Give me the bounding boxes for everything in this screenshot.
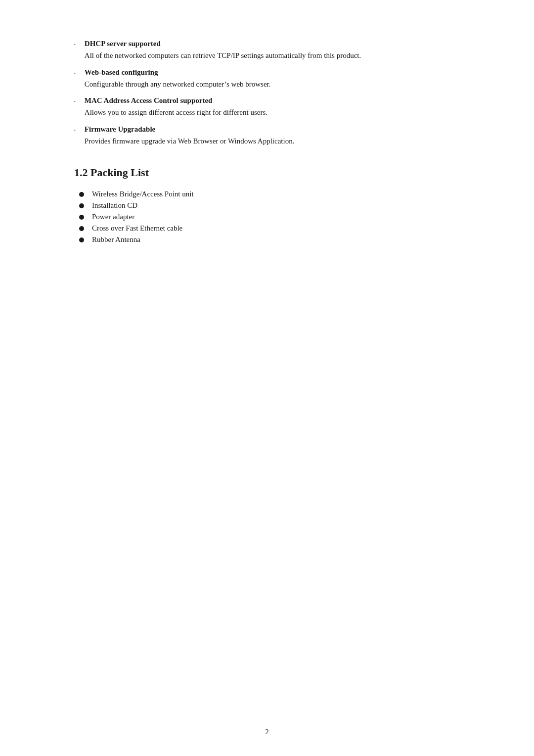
bullet-content-web: Web-based configuring Configurable throu… (85, 68, 460, 90)
packing-label-3: Cross over Fast Ethernet cable (92, 224, 182, 233)
packing-label-2: Power adapter (92, 213, 134, 221)
packing-dot-4 (79, 237, 84, 242)
bullet-mac: • MAC Address Access Control supported A… (74, 96, 460, 118)
packing-dot-0 (79, 192, 84, 197)
list-item: Wireless Bridge/Access Point unit (79, 190, 460, 198)
packing-dot-3 (79, 226, 84, 231)
bullet-desc-firmware: Provides firmware upgrade via Web Browse… (85, 136, 460, 147)
bullet-title-web: Web-based configuring (85, 68, 460, 77)
bullet-desc-web: Configurable through any networked compu… (85, 79, 460, 90)
bullet-title-dhcp: DHCP server supported (85, 40, 460, 48)
list-item: Installation CD (79, 201, 460, 210)
bullet-content-dhcp: DHCP server supported All of the network… (85, 40, 460, 61)
list-item: Cross over Fast Ethernet cable (79, 224, 460, 233)
packing-list-heading: 1.2 Packing List (74, 166, 460, 179)
bullet-title-firmware: Firmware Upgradable (85, 125, 460, 134)
bullet-firmware: • Firmware Upgradable Provides firmware … (74, 125, 460, 147)
bullet-content-firmware: Firmware Upgradable Provides firmware up… (85, 125, 460, 147)
bullet-dot-mac: • (74, 99, 76, 104)
bullet-content-mac: MAC Address Access Control supported All… (85, 96, 460, 118)
packing-label-1: Installation CD (92, 201, 137, 210)
packing-dot-2 (79, 215, 84, 220)
bullet-web: • Web-based configuring Configurable thr… (74, 68, 460, 90)
bullet-desc-dhcp: All of the networked computers can retri… (85, 50, 460, 61)
list-item: Rubber Antenna (79, 236, 460, 244)
page-number: 2 (266, 728, 269, 736)
packing-label-4: Rubber Antenna (92, 236, 140, 244)
bullet-dot-web: • (74, 71, 76, 76)
packing-label-0: Wireless Bridge/Access Point unit (92, 190, 194, 198)
bullet-title-mac: MAC Address Access Control supported (85, 96, 460, 105)
packing-list-section: 1.2 Packing List Wireless Bridge/Access … (74, 166, 460, 244)
bullet-desc-mac: Allows you to assign different access ri… (85, 107, 460, 118)
bullet-dot-firmware: • (74, 128, 76, 133)
features-section: • DHCP server supported All of the netwo… (74, 40, 460, 146)
packing-dot-1 (79, 203, 84, 208)
bullet-dhcp: • DHCP server supported All of the netwo… (74, 40, 460, 61)
list-item: Power adapter (79, 213, 460, 221)
packing-list: Wireless Bridge/Access Point unit Instal… (79, 190, 460, 244)
page-container: • DHCP server supported All of the netwo… (74, 0, 460, 756)
bullet-dot-dhcp: • (74, 43, 76, 47)
